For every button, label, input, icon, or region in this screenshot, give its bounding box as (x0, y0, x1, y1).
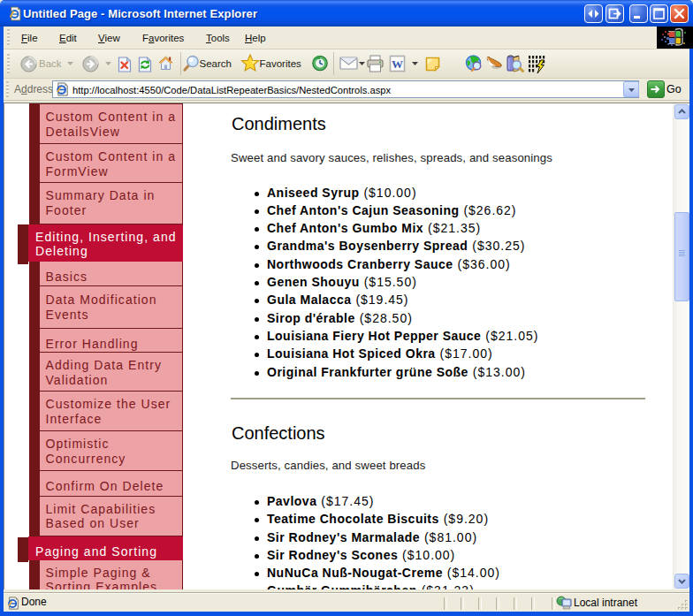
svg-text:W: W (392, 57, 403, 71)
